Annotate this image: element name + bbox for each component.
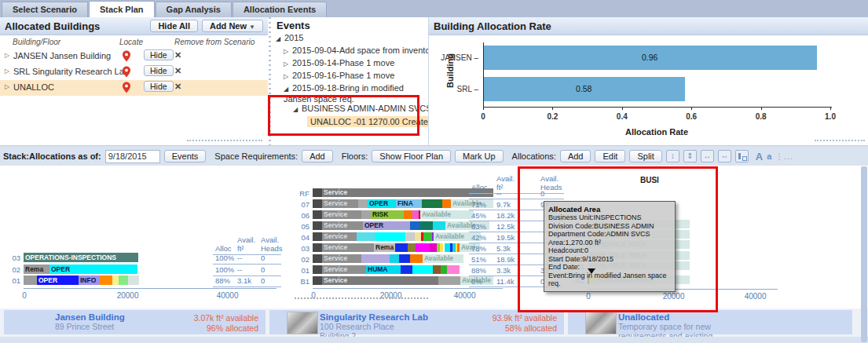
stack-segment[interactable]: Rema [24,265,49,274]
stack-segment[interactable] [401,265,412,274]
tree-expanded-icon[interactable]: ◢ [293,106,302,113]
event-item[interactable]: ▷2015-09-14-Phase 1 move [284,58,394,68]
stack-segment[interactable] [375,232,405,241]
building-card-unallocated[interactable]: UnallocatedTemporary space for new requi… [568,310,852,334]
hide-button[interactable]: Hide [144,49,174,60]
tree-collapsed-icon[interactable]: ▷ [284,73,292,80]
collapse-horizontal-icon[interactable]: ⇔ [718,150,731,162]
hide-button[interactable]: Hide [144,65,174,76]
stack-segment[interactable]: Rema [374,243,395,252]
stack-segment[interactable]: Available [423,254,463,263]
more-options-icon[interactable]: ⋮... [775,152,793,161]
stack-segment[interactable] [313,210,322,219]
stack-segment[interactable] [430,243,437,252]
tab-gap-analysis[interactable]: Gap Analysis [156,2,232,17]
font-small-icon[interactable]: a [767,151,771,161]
stack-segment[interactable] [438,276,460,285]
stack-segment[interactable] [405,232,415,241]
stack-segment[interactable] [423,232,432,241]
remove-icon[interactable]: ✕ [174,82,181,92]
hscroll-dots[interactable] [187,140,262,141]
stack-segment[interactable] [415,232,421,241]
stack-style-icon[interactable] [735,150,749,162]
bottom-scrollbar-track[interactable] [0,337,868,343]
building-row[interactable]: ▷SRL Singularity Research LabHide✕ [0,64,268,80]
stack-segment[interactable] [422,199,442,208]
expand-arrow-icon[interactable]: ▷ [5,83,9,90]
stack-segment[interactable] [357,232,375,241]
tab-allocation-events[interactable]: Allocation Events [233,2,327,17]
stack-segment[interactable]: RISK [371,210,404,219]
expand-vertical-icon[interactable]: ↕ [666,150,679,162]
stack-segment[interactable] [408,243,416,252]
events-button[interactable]: Events [164,150,207,162]
stack-segment[interactable]: OPER [49,265,137,274]
stack-segment[interactable] [313,232,322,241]
stack-segment[interactable] [128,275,139,285]
stack-segment[interactable] [358,199,368,208]
event-year-node[interactable]: ◢2015 [276,33,303,42]
expand-horizontal-icon[interactable]: ↔ [701,150,714,162]
mark-up-button[interactable]: Mark Up [455,150,504,162]
as-of-date-input[interactable] [105,150,160,163]
stack-segment[interactable] [313,265,322,274]
stack-segment[interactable]: Service [322,199,358,208]
stack-segment[interactable] [445,243,450,252]
expand-arrow-icon[interactable]: ▷ [5,68,9,75]
stack-segment[interactable] [112,275,119,285]
stack-segment[interactable] [361,254,390,263]
stack-segment[interactable] [313,221,322,230]
stack-segment[interactable]: OPER [368,199,396,208]
event-item[interactable]: ▷2015-09-04-Add space from inventory [284,46,438,55]
panel-splitter[interactable] [269,17,271,145]
stack-segment[interactable] [442,199,451,208]
stack-segment[interactable]: INFO [79,275,100,285]
stack-segment[interactable] [24,275,37,285]
stack-segment[interactable] [447,265,460,274]
tab-select-scenario[interactable]: Select Scenario [2,2,88,17]
stack-segment[interactable]: OPERATIONS-INSPECTIONS [24,253,138,262]
stack-segment[interactable]: OPER [363,221,410,230]
stack-segment[interactable]: Service [322,276,438,285]
locate-pin-icon[interactable] [122,66,131,81]
stack-segment[interactable] [410,221,420,230]
stack-segment[interactable] [313,243,322,252]
show-floor-plan-button[interactable]: Show Floor Plan [372,150,451,162]
alloc-edit-button[interactable]: Edit [595,150,625,162]
stack-segment[interactable]: Service [322,188,493,197]
stack-segment[interactable]: Service [322,265,366,274]
stack-segment[interactable] [404,210,412,219]
locate-pin-icon[interactable] [122,82,131,97]
stack-segment[interactable] [420,221,433,230]
stack-segment[interactable] [119,275,128,285]
stack-segment[interactable] [313,254,322,263]
stack-segment[interactable]: FINA [396,199,422,208]
stack-segment[interactable] [390,254,399,263]
hide-all-button[interactable]: Hide All [150,20,198,32]
stack-segment[interactable] [313,188,322,197]
building-row[interactable]: ▷JANSEN Jansen BuildingHide✕ [0,49,268,64]
stack-segment[interactable] [412,210,419,219]
stack-segment[interactable]: Service [322,254,361,263]
tree-expanded-icon[interactable]: ◢ [284,85,292,94]
stack-segment[interactable] [433,221,445,230]
event-item[interactable]: ▷2015-09-16-Phase 1 move [284,71,394,80]
tree-expanded-icon[interactable]: ◢ [276,35,284,42]
expand-arrow-icon[interactable]: ▷ [5,52,9,59]
stack-segment[interactable]: HUMA [366,265,401,274]
stack-segment[interactable] [441,265,447,274]
stack-segment[interactable] [433,265,441,274]
event-item[interactable]: ◢2015-09-18-Bring in modified Jansen spa… [284,83,423,104]
stack-segment[interactable] [395,243,408,252]
stack-segment[interactable]: Service [322,221,363,230]
hide-button[interactable]: Hide [144,81,174,92]
alloc-split-button[interactable]: Split [629,150,661,162]
stack-segment[interactable]: Service [322,243,374,252]
stack-segment[interactable]: OPER [37,275,79,285]
building-row[interactable]: ▷UNALLOCHide✕ [0,80,268,96]
add-new-button[interactable]: Add New ▼ [202,20,263,32]
stack-segment[interactable]: Service [322,210,361,219]
stack-segment[interactable] [313,199,322,208]
tree-collapsed-icon[interactable]: ▷ [284,60,292,68]
alloc-add-button[interactable]: Add [560,150,591,162]
